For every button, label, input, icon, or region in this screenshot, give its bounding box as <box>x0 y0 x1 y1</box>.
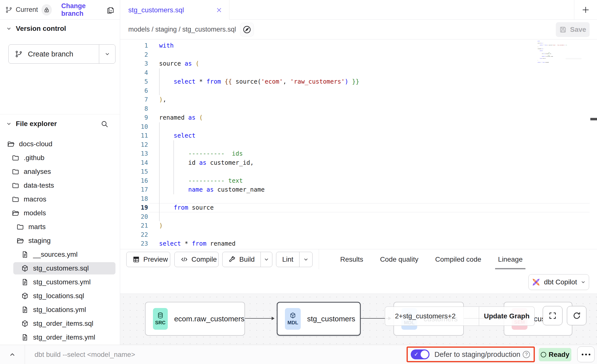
file-tree-item-stg-order-items-sql[interactable]: stg_order_items.sql <box>0 317 120 330</box>
code-line-20[interactable]: 20 <box>120 212 597 221</box>
code-line-9[interactable]: 9renamed as ( <box>120 113 597 122</box>
graph-selector-input[interactable] <box>385 307 479 326</box>
code-editor[interactable]: 1with23source as (45 select * from {{ so… <box>120 39 597 249</box>
file-tree-item-marts[interactable]: marts <box>0 220 120 234</box>
indent-guide <box>173 140 174 194</box>
code-line-8[interactable]: 8 <box>120 104 597 113</box>
code-line-4[interactable]: 4 <box>120 68 597 77</box>
file-name: stg_order_items.yml <box>33 333 95 341</box>
code-line-22[interactable]: 22 <box>120 230 597 239</box>
file-tree-item-staging[interactable]: staging <box>0 234 120 248</box>
line-number: 23 <box>120 239 148 248</box>
file-search-button[interactable] <box>100 120 109 128</box>
code-line-3[interactable]: 3source as ( <box>120 59 597 68</box>
defer-toggle[interactable]: ✓ <box>411 349 429 359</box>
save-button[interactable]: Save <box>556 22 590 37</box>
refresh-graph-button[interactable] <box>567 306 586 325</box>
file-tree-item-stg-order-items-yml[interactable]: stg_order_items.yml <box>0 330 120 344</box>
collapse-panel-button[interactable] <box>5 345 20 364</box>
more-menu-button[interactable] <box>577 346 595 362</box>
code-line-5[interactable]: 5 select * from {{ source('ecom', 'raw_c… <box>120 77 597 86</box>
tab-code-quality[interactable]: Code quality <box>372 249 427 270</box>
code-line-7[interactable]: 7), <box>120 95 597 104</box>
file-explorer-header[interactable]: File explorer <box>6 120 114 128</box>
dot <box>582 354 583 355</box>
minimap[interactable]: 1with23source as (45 select * from {{ so… <box>537 41 589 63</box>
folder-icon <box>16 223 24 231</box>
code-line-15[interactable]: 15 <box>120 167 597 176</box>
chevron-down-icon <box>580 279 586 285</box>
scrollbar-thumb[interactable] <box>590 118 597 120</box>
preview-button[interactable]: Preview <box>126 252 170 267</box>
code-line-21[interactable]: 21) <box>120 221 597 230</box>
file-tree-item-data-tests[interactable]: data-tests <box>0 179 120 192</box>
code-line-23[interactable]: 23select * from renamed <box>120 239 597 248</box>
fullscreen-button[interactable] <box>543 306 562 325</box>
code-line-12[interactable]: 12 <box>120 140 597 149</box>
dbt-copilot-button[interactable]: dbt Copilot <box>528 274 589 290</box>
code-line-18[interactable]: 18 <box>120 194 597 203</box>
dot <box>589 354 590 355</box>
line-number: 8 <box>120 104 148 113</box>
create-branch-button[interactable]: Create branch <box>8 44 115 64</box>
tab-stg-customers-sql[interactable]: stg_customers.sql <box>120 0 229 20</box>
file-tree-item-models[interactable]: models <box>0 206 120 220</box>
fullscreen-icon <box>548 311 557 320</box>
node-label: ecom.raw_customers <box>174 315 244 323</box>
file-tree-item--github[interactable]: .github <box>0 151 120 165</box>
line-number: 4 <box>120 68 148 77</box>
file-tree-item-stg-locations-sql[interactable]: stg_locations.sql <box>0 289 120 303</box>
dbt-ide-window: Current Change branch Version control <box>0 0 597 364</box>
lint-button[interactable]: Lint <box>276 252 299 267</box>
line-number: 13 <box>120 149 148 158</box>
code-line-1[interactable]: 1with <box>120 41 597 50</box>
file-tree-item-stg-customers-yml[interactable]: stg_customers.yml <box>0 275 120 289</box>
tab-lineage[interactable]: Lineage <box>490 249 531 270</box>
line-content: with <box>159 41 174 50</box>
version-control-header[interactable]: Version control <box>6 25 66 33</box>
lint-button-group: Lint <box>276 252 313 267</box>
code-line-2[interactable]: 2 <box>120 50 597 59</box>
statusbar-divider <box>25 345 25 364</box>
code-line-19[interactable]: 19 from source <box>120 203 597 212</box>
command-input[interactable]: dbt build --select <model_name> <box>35 345 135 364</box>
generate-docs-button[interactable] <box>240 23 254 36</box>
line-content: source as ( <box>159 59 199 68</box>
file-tree-item-docs-cloud[interactable]: docs-cloud <box>0 137 120 151</box>
tab-close-button[interactable] <box>216 7 222 13</box>
build-button[interactable]: Build <box>223 252 261 267</box>
file-tree-item-stg-customers-sql[interactable]: stg_customers.sql <box>0 261 120 275</box>
update-graph-button[interactable]: Update Graph <box>479 307 534 326</box>
code-line-16[interactable]: 16 ---------- text <box>120 176 597 185</box>
code-line-13[interactable]: 13 ---------- ids <box>120 149 597 158</box>
code-brackets-icon <box>181 256 188 263</box>
lint-dropdown[interactable] <box>299 252 312 267</box>
lineage-canvas[interactable]: SRCecom.raw_customersMDLstg_customersMDL… <box>120 293 597 345</box>
create-branch-main[interactable]: Create branch <box>9 45 99 63</box>
file-tree-item-analyses[interactable]: analyses <box>0 165 120 179</box>
code-line-6[interactable]: 6 <box>120 86 597 95</box>
code-line-10[interactable]: 10 <box>120 122 597 131</box>
change-branch-link[interactable]: Change branch <box>61 2 106 18</box>
create-branch-dropdown[interactable] <box>99 45 115 63</box>
code-line-11[interactable]: 11 select <box>120 131 597 140</box>
line-number: 15 <box>120 167 148 176</box>
folder-open-icon <box>7 140 15 148</box>
code-line-14[interactable]: 14 id as customer_id, <box>120 158 597 167</box>
plus-icon[interactable] <box>581 5 590 14</box>
file-tree-item-macros[interactable]: macros <box>0 192 120 206</box>
folder-icon <box>12 168 19 176</box>
copy-branch-button[interactable] <box>106 5 115 14</box>
build-dropdown[interactable] <box>261 252 272 267</box>
tab-results[interactable]: Results <box>332 249 372 270</box>
file-tree-item-stg-locations-yml[interactable]: stg_locations.yml <box>0 303 120 317</box>
code-line-17[interactable]: 17 name as customer_name <box>120 185 597 194</box>
help-icon[interactable]: ? <box>523 351 530 358</box>
lineage-node-stg-customers[interactable]: MDLstg_customers <box>277 302 361 336</box>
lineage-node-ecom-raw-customers[interactable]: SRCecom.raw_customers <box>145 302 245 336</box>
compile-button[interactable]: Compile <box>174 252 219 267</box>
file-tree-item--sources-yml[interactable]: __sources.yml <box>0 248 120 261</box>
line-content: ---------- text <box>159 176 243 185</box>
file-name: docs-cloud <box>19 140 52 148</box>
tab-compiled-code[interactable]: Compiled code <box>427 249 490 270</box>
